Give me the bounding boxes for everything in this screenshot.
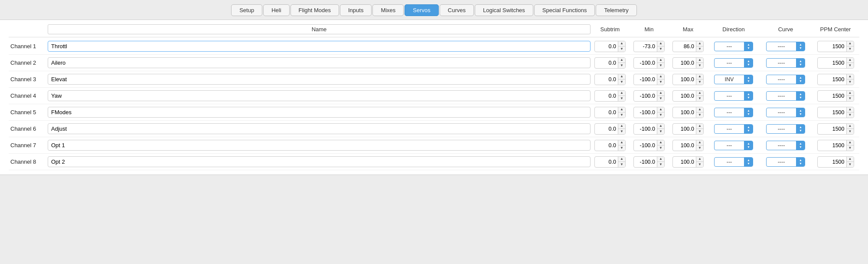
ppm-spin-up[interactable]: ▲	[847, 124, 854, 129]
ppm-input-8[interactable]	[818, 158, 846, 166]
spin-value[interactable]	[634, 125, 657, 133]
spin-up[interactable]: ▲	[657, 41, 664, 46]
spin-down[interactable]: ▼	[696, 96, 703, 101]
spin-up[interactable]: ▲	[696, 124, 703, 129]
ppm-spin-down[interactable]: ▼	[847, 129, 854, 134]
nav-tab-mixes[interactable]: Mixes	[372, 4, 404, 16]
spin-value[interactable]	[634, 75, 657, 84]
direction-dropdown-btn-5[interactable]: ▲▼	[744, 108, 753, 117]
spin-value[interactable]	[673, 141, 696, 150]
ppm-spin-down[interactable]: ▼	[847, 162, 854, 167]
spin-down[interactable]: ▼	[618, 46, 625, 52]
spin-value[interactable]	[595, 59, 618, 67]
spin-up[interactable]: ▲	[618, 107, 625, 112]
spin-value[interactable]	[634, 92, 657, 100]
name-input-1[interactable]	[48, 41, 591, 52]
name-input-8[interactable]	[48, 156, 591, 167]
spin-down[interactable]: ▼	[618, 79, 625, 85]
spin-up[interactable]: ▲	[657, 157, 664, 162]
ppm-input-3[interactable]	[818, 75, 846, 84]
ppm-input-4[interactable]	[818, 92, 846, 100]
spin-up[interactable]: ▲	[618, 157, 625, 162]
spin-value[interactable]	[634, 108, 657, 117]
nav-tab-logical-switches[interactable]: Logical Switches	[475, 4, 533, 16]
ppm-spin-down[interactable]: ▼	[847, 79, 854, 85]
ppm-input-2[interactable]	[818, 59, 846, 67]
curve-dropdown-btn-4[interactable]: ▲▼	[796, 92, 805, 100]
spin-up[interactable]: ▲	[618, 91, 625, 96]
direction-dropdown-btn-4[interactable]: ▲▼	[744, 92, 753, 100]
spin-up[interactable]: ▲	[696, 140, 703, 145]
curve-dropdown-btn-1[interactable]: ▲▼	[796, 42, 805, 51]
ppm-spin-down[interactable]: ▼	[847, 63, 854, 68]
ppm-input-1[interactable]	[818, 42, 846, 51]
spin-value[interactable]	[673, 125, 696, 133]
nav-tab-curves[interactable]: Curves	[440, 4, 474, 16]
nav-tab-heli[interactable]: Heli	[263, 4, 289, 16]
spin-value[interactable]	[634, 59, 657, 67]
ppm-spin-up[interactable]: ▲	[847, 58, 854, 63]
name-input-6[interactable]	[48, 123, 591, 134]
curve-dropdown-btn-6[interactable]: ▲▼	[796, 125, 805, 133]
name-input-4[interactable]	[48, 90, 591, 101]
curve-dropdown-btn-7[interactable]: ▲▼	[796, 141, 805, 150]
direction-dropdown-btn-2[interactable]: ▲▼	[744, 59, 753, 67]
spin-up[interactable]: ▲	[618, 58, 625, 63]
nav-tab-setup[interactable]: Setup	[231, 4, 262, 16]
spin-up[interactable]: ▲	[696, 157, 703, 162]
spin-value[interactable]	[673, 108, 696, 117]
ppm-spin-up[interactable]: ▲	[847, 157, 854, 162]
spin-value[interactable]	[673, 92, 696, 100]
spin-down[interactable]: ▼	[657, 63, 664, 68]
spin-down[interactable]: ▼	[618, 162, 625, 167]
nav-tab-special-functions[interactable]: Special Functions	[534, 4, 595, 16]
spin-down[interactable]: ▼	[696, 112, 703, 118]
ppm-input-6[interactable]	[818, 125, 846, 133]
spin-value[interactable]	[673, 75, 696, 84]
name-input-2[interactable]	[48, 57, 591, 68]
spin-value[interactable]	[595, 92, 618, 100]
ppm-spin-up[interactable]: ▲	[847, 74, 854, 79]
ppm-spin-down[interactable]: ▼	[847, 46, 854, 52]
spin-up[interactable]: ▲	[696, 74, 703, 79]
spin-up[interactable]: ▲	[657, 140, 664, 145]
spin-up[interactable]: ▲	[696, 41, 703, 46]
spin-down[interactable]: ▼	[657, 162, 664, 167]
ppm-spin-down[interactable]: ▼	[847, 96, 854, 101]
spin-down[interactable]: ▼	[618, 145, 625, 151]
spin-down[interactable]: ▼	[657, 46, 664, 52]
ppm-spin-up[interactable]: ▲	[847, 91, 854, 96]
ppm-spin-down[interactable]: ▼	[847, 145, 854, 151]
spin-up[interactable]: ▲	[657, 124, 664, 129]
nav-tab-telemetry[interactable]: Telemetry	[596, 4, 636, 16]
nav-tab-inputs[interactable]: Inputs	[340, 4, 372, 16]
spin-up[interactable]: ▲	[618, 124, 625, 129]
spin-up[interactable]: ▲	[657, 107, 664, 112]
spin-value[interactable]	[634, 158, 657, 166]
name-input-7[interactable]	[48, 140, 591, 151]
spin-value[interactable]	[595, 141, 618, 150]
spin-down[interactable]: ▼	[696, 46, 703, 52]
spin-value[interactable]	[673, 59, 696, 67]
ppm-input-5[interactable]	[818, 108, 846, 117]
spin-down[interactable]: ▼	[618, 96, 625, 101]
spin-up[interactable]: ▲	[618, 41, 625, 46]
spin-down[interactable]: ▼	[618, 129, 625, 134]
spin-down[interactable]: ▼	[696, 63, 703, 68]
ppm-spin-down[interactable]: ▼	[847, 112, 854, 118]
spin-value[interactable]	[634, 141, 657, 150]
curve-dropdown-btn-8[interactable]: ▲▼	[796, 158, 805, 166]
spin-down[interactable]: ▼	[696, 129, 703, 134]
ppm-spin-up[interactable]: ▲	[847, 107, 854, 112]
spin-value[interactable]	[595, 75, 618, 84]
spin-down[interactable]: ▼	[618, 112, 625, 118]
direction-dropdown-btn-6[interactable]: ▲▼	[744, 125, 753, 133]
curve-dropdown-btn-2[interactable]: ▲▼	[796, 59, 805, 67]
spin-up[interactable]: ▲	[618, 74, 625, 79]
spin-up[interactable]: ▲	[696, 58, 703, 63]
curve-dropdown-btn-5[interactable]: ▲▼	[796, 108, 805, 117]
spin-down[interactable]: ▼	[657, 79, 664, 85]
spin-up[interactable]: ▲	[696, 107, 703, 112]
name-input-5[interactable]	[48, 107, 591, 118]
spin-up[interactable]: ▲	[618, 140, 625, 145]
